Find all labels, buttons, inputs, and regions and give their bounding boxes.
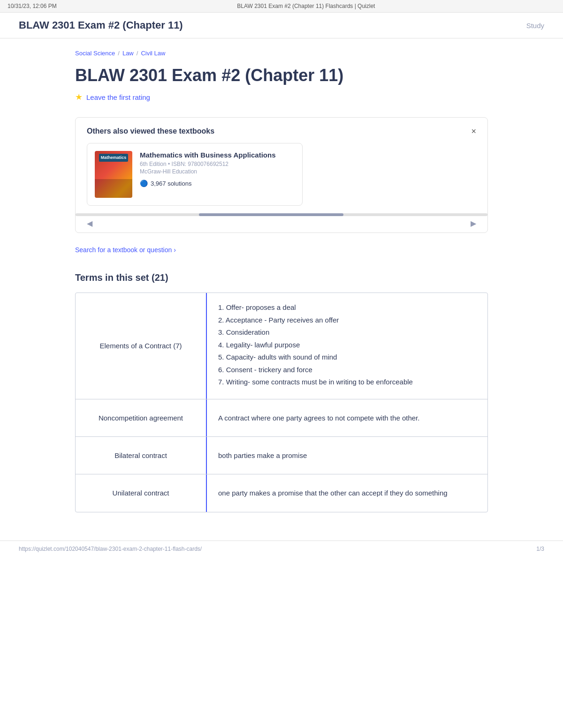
table-row: Noncompetition agreement A contract wher… — [76, 399, 487, 437]
footer-url: https://quizlet.com/102040547/blaw-2301-… — [19, 546, 202, 552]
breadcrumb: Social Science / Law / Civil Law — [75, 50, 488, 57]
textbook-name: Mathematics with Business Applications — [140, 151, 295, 159]
carousel-scrollbar[interactable] — [76, 213, 487, 216]
breadcrumb-sep2: / — [137, 50, 138, 57]
terms-table: Elements of a Contract (7) 1. Offer- pro… — [75, 293, 488, 512]
term-label: Unilateral contract — [113, 489, 169, 497]
def-text: both parties make a promise — [218, 451, 307, 459]
def-text: one party makes a promise that the other… — [218, 489, 448, 497]
breadcrumb-law[interactable]: Law — [122, 50, 134, 57]
textbook-edition: 6th Edition • ISBN: 9780076692512 — [140, 161, 295, 167]
def-list: 1. Offer- proposes a deal 2. Acceptance … — [218, 302, 413, 390]
textbooks-section: Others also viewed these textbooks × Mat… — [75, 117, 488, 233]
star-icon: ★ — [75, 92, 83, 102]
footer: https://quizlet.com/102040547/blaw-2301-… — [0, 540, 563, 557]
browser-timestamp: 10/31/23, 12:06 PM — [8, 3, 57, 9]
list-item: 7. Writing- some contracts must be in wr… — [218, 377, 413, 388]
list-item: 2. Acceptance - Party receives an offer — [218, 315, 413, 326]
carousel-next-button[interactable]: ▶ — [471, 219, 476, 228]
terms-section: Terms in this set (21) Elements of a Con… — [75, 272, 488, 512]
list-item: 4. Legality- lawful purpose — [218, 340, 413, 351]
table-row: Bilateral contract both parties make a p… — [76, 437, 487, 474]
table-row: Elements of a Contract (7) 1. Offer- pro… — [76, 293, 487, 399]
solutions-count: 3,967 solutions — [151, 180, 191, 187]
browser-bar: 10/31/23, 12:06 PM BLAW 2301 Exam #2 (Ch… — [0, 0, 563, 13]
breadcrumb-sep1: / — [118, 50, 120, 57]
term-label: Elements of a Contract (7) — [99, 342, 182, 350]
rating-row[interactable]: ★ Leave the first rating — [75, 92, 488, 102]
footer-page-info: 1/3 — [536, 546, 544, 552]
def-text: A contract where one party agrees to not… — [218, 414, 419, 422]
def-cell: one party makes a promise that the other… — [207, 474, 487, 512]
main-content: Social Science / Law / Civil Law BLAW 23… — [56, 38, 507, 540]
def-cell: A contract where one party agrees to not… — [207, 399, 487, 436]
chevron-icon: › — [174, 246, 176, 254]
textbook-cover-accent — [95, 179, 132, 198]
breadcrumb-civil-law[interactable]: Civil Law — [141, 50, 165, 57]
textbooks-close-button[interactable]: × — [471, 127, 476, 135]
rating-label: Leave the first rating — [86, 93, 150, 101]
textbook-info: Mathematics with Business Applications 6… — [140, 151, 295, 187]
textbooks-header: Others also viewed these textbooks × — [87, 127, 476, 135]
carousel-nav: ◀ ▶ — [87, 216, 476, 233]
page-title: BLAW 2301 Exam #2 (Chapter 11) — [75, 65, 488, 85]
list-item: 1. Offer- proposes a deal — [218, 302, 413, 313]
list-item: 5. Capacity- adults with sound of mind — [218, 352, 413, 363]
term-cell: Elements of a Contract (7) — [76, 293, 207, 399]
textbook-cover: Mathematics — [95, 151, 132, 198]
list-item: 3. Consideration — [218, 327, 413, 338]
carousel-prev-button[interactable]: ◀ — [87, 219, 92, 228]
def-cell: both parties make a promise — [207, 437, 487, 474]
terms-title: Terms in this set (21) — [75, 272, 488, 283]
def-cell: 1. Offer- proposes a deal 2. Acceptance … — [207, 293, 487, 399]
textbook-solutions: 🔵 3,967 solutions — [140, 180, 295, 187]
term-label: Noncompetition agreement — [99, 414, 183, 422]
breadcrumb-social-science[interactable]: Social Science — [75, 50, 115, 57]
textbook-card[interactable]: Mathematics Mathematics with Business Ap… — [87, 143, 303, 206]
table-row: Unilateral contract one party makes a pr… — [76, 474, 487, 512]
textbooks-title: Others also viewed these textbooks — [87, 127, 214, 135]
term-cell: Bilateral contract — [76, 437, 207, 474]
term-label: Bilateral contract — [114, 451, 167, 459]
solutions-icon: 🔵 — [140, 180, 148, 187]
site-header: BLAW 2301 Exam #2 (Chapter 11) Study — [0, 13, 563, 38]
browser-page-title: BLAW 2301 Exam #2 (Chapter 11) Flashcard… — [237, 3, 375, 9]
carousel-scrollbar-thumb — [199, 213, 343, 216]
study-button[interactable]: Study — [526, 22, 544, 30]
textbook-cover-text: Mathematics — [99, 154, 129, 162]
site-header-title: BLAW 2301 Exam #2 (Chapter 11) — [19, 19, 183, 31]
list-item: 6. Consent - trickery and force — [218, 365, 413, 375]
search-link[interactable]: Search for a textbook or question › — [75, 246, 488, 254]
term-cell: Unilateral contract — [76, 474, 207, 512]
term-cell: Noncompetition agreement — [76, 399, 207, 436]
search-label: Search for a textbook or question — [75, 246, 172, 254]
textbook-publisher: McGraw-Hill Education — [140, 168, 295, 175]
